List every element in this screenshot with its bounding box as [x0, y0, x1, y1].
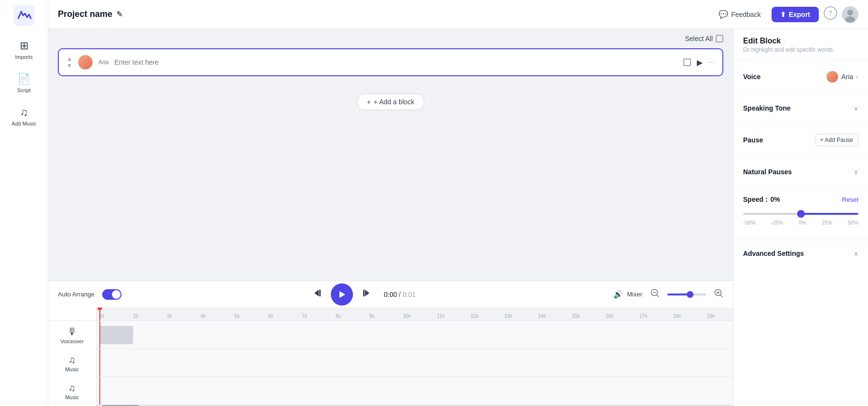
ruler-mark: 19s: [707, 313, 733, 319]
svg-line-13: [657, 295, 659, 297]
voiceover-icon: 🎙: [68, 326, 77, 337]
feedback-label: Feedback: [731, 11, 760, 18]
auto-arrange-toggle[interactable]: [102, 289, 122, 300]
zoom-in-button[interactable]: [714, 288, 723, 300]
topbar: Project name ✎ 💬 Feedback ⬆ Export ?: [48, 0, 868, 29]
block-checkbox[interactable]: [683, 58, 691, 66]
block-up-arrow[interactable]: ▲: [67, 56, 72, 62]
help-button[interactable]: ?: [824, 6, 837, 23]
ruler-mark: 6s: [268, 313, 302, 319]
speed-colon-label: Speed :: [743, 196, 768, 203]
panel-divider-2: [733, 93, 868, 94]
add-pause-label: + Add Pause: [820, 137, 853, 143]
add-block-button[interactable]: + + Add a block: [357, 94, 425, 110]
add-block-icon: +: [367, 98, 371, 106]
ruler-mark: 10s: [403, 313, 437, 319]
mixer-section: 🔊 Mixer: [613, 290, 642, 299]
speed-reset-button[interactable]: Reset: [842, 196, 858, 203]
play-main-button[interactable]: [331, 283, 353, 306]
svg-marker-8: [339, 291, 345, 298]
speed-label: Speed : 0%: [743, 196, 780, 203]
block-voice-name: Aria: [98, 59, 108, 66]
select-all-button[interactable]: Select All: [685, 35, 723, 42]
export-button[interactable]: ⬆ Export: [772, 7, 819, 22]
skip-back-button[interactable]: [313, 288, 324, 301]
ruler-mark: 4s: [201, 313, 234, 319]
svg-point-4: [847, 10, 853, 15]
music2-icon: ♫: [68, 382, 76, 393]
add-pause-button[interactable]: + Add Pause: [815, 134, 858, 146]
block-down-arrow[interactable]: ▼: [67, 63, 72, 69]
playhead-line-3: [99, 377, 100, 405]
panel-header: Edit Block Or highlight and edit specifi…: [733, 29, 868, 55]
advanced-settings-row[interactable]: Advanced Settings ∧: [733, 243, 868, 263]
panel-divider-4: [733, 157, 868, 157]
svg-rect-10: [363, 290, 365, 296]
zoom-out-button[interactable]: [650, 288, 660, 300]
main-wrapper: Project name ✎ 💬 Feedback ⬆ Export ?: [48, 0, 868, 406]
edit-project-name-icon[interactable]: ✎: [116, 10, 122, 19]
panel-divider-5: [733, 186, 868, 187]
ruler-mark: 16s: [606, 313, 639, 319]
panel-title: Edit Block: [743, 37, 858, 45]
voice-row: Voice Aria ›: [733, 65, 868, 88]
chevron-right-icon: ›: [856, 73, 858, 81]
block-more-button[interactable]: ···: [708, 58, 715, 67]
auto-arrange-label: Auto Arrange: [58, 291, 95, 298]
timeline-label-music2[interactable]: ♫ Music: [48, 377, 96, 405]
speed-labels: -50% -25% 0% 25% 50%: [743, 220, 858, 225]
time-separator: /: [399, 291, 401, 298]
timeline-label-voiceover[interactable]: 🎙 Voiceover: [48, 321, 96, 349]
toggle-thumb: [112, 290, 121, 299]
speaking-tone-label: Speaking Tone: [743, 104, 791, 112]
playhead-line-1: [99, 321, 100, 349]
sidebar-item-script[interactable]: 📄 Script: [5, 69, 43, 98]
timeline-labels: 🎙 Voiceover ♫ Music ♫ Music: [48, 308, 96, 406]
speed-mid-label: 0%: [799, 220, 806, 225]
skip-forward-button[interactable]: [360, 288, 370, 301]
ruler-mark: 17s: [639, 313, 673, 319]
voice-row-label: Voice: [743, 73, 760, 81]
speed-section: Speed : 0% Reset -50% -25% 0% 25% 50%: [733, 192, 868, 233]
select-all-checkbox[interactable]: [716, 35, 723, 42]
advanced-settings-chevron: ∧: [854, 250, 858, 257]
user-avatar[interactable]: [842, 6, 858, 23]
project-name-display: Project name ✎: [58, 9, 122, 19]
ruler-mark: 8s: [336, 313, 369, 319]
svg-line-17: [720, 295, 722, 297]
panel-divider-6: [733, 238, 868, 238]
natural-pauses-row[interactable]: Natural Pauses ∨: [733, 162, 868, 182]
time-total: 0:01: [403, 291, 416, 298]
timeline-tracks: [96, 321, 733, 405]
script-block: ▲ ▼ Aria ▶ ···: [58, 48, 723, 76]
ruler-marks: 1s2s3s4s5s6s7s8s9s10s11s12s13s14s15s16s1…: [96, 313, 733, 319]
time-display: 0:00 / 0:01: [378, 291, 421, 298]
block-arrows: ▲ ▼: [67, 56, 72, 69]
speed-value-display: 0%: [770, 196, 780, 203]
voiceover-block[interactable]: [99, 326, 133, 344]
timeline-label-music1[interactable]: ♫ Music: [48, 349, 96, 377]
sidebar-item-add-music[interactable]: ♫ Add Music: [5, 102, 43, 131]
add-block-label: + Add a block: [374, 98, 414, 106]
music1-track: [96, 349, 733, 377]
export-icon: ⬆: [780, 11, 786, 18]
mixer-slider[interactable]: [667, 294, 706, 295]
pause-label: Pause: [743, 136, 763, 144]
sidebar-item-imports[interactable]: ⊞ Imports: [5, 36, 43, 64]
block-text-input[interactable]: [114, 58, 677, 66]
speaking-tone-row[interactable]: Speaking Tone ∨: [733, 98, 868, 118]
ruler-mark: 1s: [99, 313, 133, 319]
select-all-label: Select All: [685, 35, 713, 42]
transport-bar: Auto Arrange: [48, 280, 733, 308]
speed-max-label: 50%: [848, 220, 858, 225]
sidebar: ⊞ Imports 📄 Script ♫ Add Music: [0, 0, 48, 406]
block-play-button[interactable]: ▶: [697, 58, 703, 67]
ruler-mark: 3s: [167, 313, 201, 319]
mixer-label: Mixer: [627, 291, 642, 298]
time-current: 0:00: [384, 291, 397, 298]
feedback-button[interactable]: 💬 Feedback: [713, 7, 766, 22]
speed-slider[interactable]: [743, 213, 858, 215]
playhead-dot: [97, 308, 102, 310]
voice-selector[interactable]: Aria ›: [827, 71, 858, 83]
timeline-ruler-area: 1s2s3s4s5s6s7s8s9s10s11s12s13s14s15s16s1…: [96, 308, 733, 406]
